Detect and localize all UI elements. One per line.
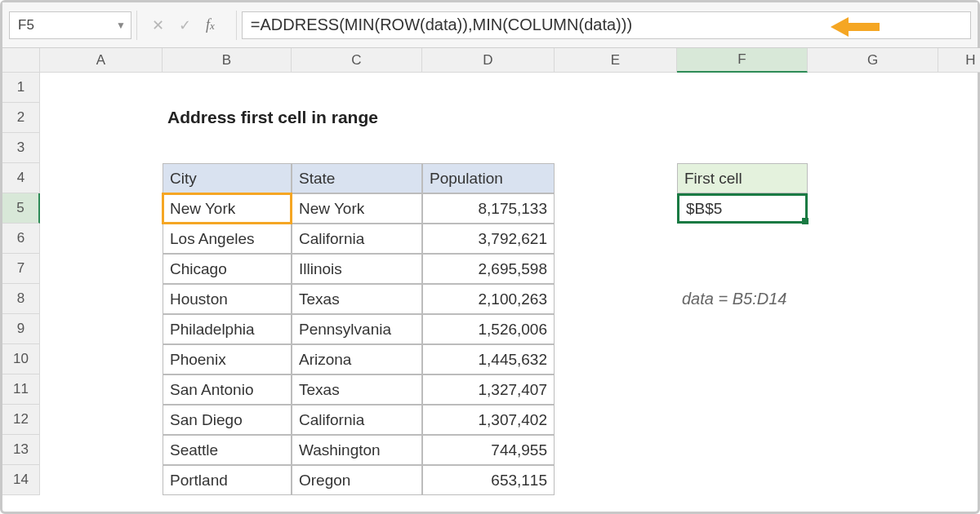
cell-F11[interactable] bbox=[677, 374, 808, 405]
cell-E10[interactable] bbox=[555, 344, 677, 374]
cell-H5[interactable] bbox=[938, 193, 980, 224]
cell-F6[interactable] bbox=[677, 224, 808, 254]
cell-A5[interactable] bbox=[40, 193, 163, 224]
table-cell-city[interactable]: Chicago bbox=[163, 254, 292, 284]
table-cell-population[interactable]: 744,955 bbox=[422, 435, 555, 465]
spreadsheet-grid[interactable]: ABCDEFGH12Address first cell in range34C… bbox=[2, 48, 978, 512]
col-header-F[interactable]: F bbox=[677, 48, 808, 73]
cell-G14[interactable] bbox=[808, 465, 938, 495]
cell-A11[interactable] bbox=[40, 374, 163, 405]
cell-A2[interactable] bbox=[40, 103, 163, 133]
cell-G12[interactable] bbox=[808, 405, 938, 435]
cell-E11[interactable] bbox=[555, 374, 677, 405]
row-header-3[interactable]: 3 bbox=[2, 133, 40, 163]
cell-E13[interactable] bbox=[555, 435, 677, 465]
row-header-7[interactable]: 7 bbox=[2, 254, 40, 284]
cell-E9[interactable] bbox=[555, 314, 677, 344]
first-cell-value[interactable]: $B$5 bbox=[677, 193, 808, 224]
row-header-10[interactable]: 10 bbox=[2, 344, 40, 374]
cell-G9[interactable] bbox=[808, 314, 938, 344]
cell-G13[interactable] bbox=[808, 435, 938, 465]
cell-G11[interactable] bbox=[808, 374, 938, 405]
cell-C3[interactable] bbox=[292, 133, 422, 163]
table-cell-population[interactable]: 3,792,621 bbox=[422, 224, 555, 254]
cell-F3[interactable] bbox=[677, 133, 808, 163]
row-header-1[interactable]: 1 bbox=[2, 73, 40, 103]
cell-E1[interactable] bbox=[555, 73, 677, 103]
cancel-icon[interactable]: ✕ bbox=[152, 16, 164, 34]
table-cell-city[interactable]: San Antonio bbox=[163, 374, 292, 405]
cell-H4[interactable] bbox=[938, 163, 980, 193]
row-header-5[interactable]: 5 bbox=[2, 193, 40, 224]
cell-B1[interactable] bbox=[163, 73, 292, 103]
fx-icon[interactable]: fx bbox=[206, 16, 221, 33]
cell-A14[interactable] bbox=[40, 465, 163, 495]
table-cell-city[interactable]: Los Angeles bbox=[163, 224, 292, 254]
cell-H11[interactable] bbox=[938, 374, 980, 405]
table-cell-state[interactable]: California bbox=[292, 224, 422, 254]
col-header-H[interactable]: H bbox=[938, 48, 980, 73]
row-header-6[interactable]: 6 bbox=[2, 224, 40, 254]
cell-A9[interactable] bbox=[40, 314, 163, 344]
cell-E7[interactable] bbox=[555, 254, 677, 284]
cell-F13[interactable] bbox=[677, 435, 808, 465]
row-header-13[interactable]: 13 bbox=[2, 435, 40, 465]
cell-H10[interactable] bbox=[938, 344, 980, 374]
cell-G5[interactable] bbox=[808, 193, 938, 224]
cell-H14[interactable] bbox=[938, 465, 980, 495]
cell-E8[interactable] bbox=[555, 284, 677, 314]
row-header-14[interactable]: 14 bbox=[2, 465, 40, 495]
confirm-icon[interactable]: ✓ bbox=[179, 16, 191, 34]
cell-A10[interactable] bbox=[40, 344, 163, 374]
table-cell-population[interactable]: 653,115 bbox=[422, 465, 555, 495]
table-cell-state[interactable]: Washington bbox=[292, 435, 422, 465]
table-cell-population[interactable]: 2,695,598 bbox=[422, 254, 555, 284]
cell-A12[interactable] bbox=[40, 405, 163, 435]
table-cell-population[interactable]: 1,445,632 bbox=[422, 344, 555, 374]
cell-H12[interactable] bbox=[938, 405, 980, 435]
cell-A7[interactable] bbox=[40, 254, 163, 284]
table-cell-state[interactable]: Illinois bbox=[292, 254, 422, 284]
cell-H3[interactable] bbox=[938, 133, 980, 163]
cell-F2[interactable] bbox=[677, 103, 808, 133]
cell-E4[interactable] bbox=[555, 163, 677, 193]
table-cell-population[interactable]: 8,175,133 bbox=[422, 193, 555, 224]
cell-F12[interactable] bbox=[677, 405, 808, 435]
cell-G6[interactable] bbox=[808, 224, 938, 254]
cell-B3[interactable] bbox=[163, 133, 292, 163]
table-cell-state[interactable]: California bbox=[292, 405, 422, 435]
table-cell-city[interactable]: Phoenix bbox=[163, 344, 292, 374]
name-box[interactable]: F5 ▼ bbox=[9, 11, 131, 39]
cell-G1[interactable] bbox=[808, 73, 938, 103]
cell-F1[interactable] bbox=[677, 73, 808, 103]
cell-A4[interactable] bbox=[40, 163, 163, 193]
col-header-C[interactable]: C bbox=[292, 48, 422, 73]
cell-F14[interactable] bbox=[677, 465, 808, 495]
table-cell-population[interactable]: 2,100,263 bbox=[422, 284, 555, 314]
cell-D3[interactable] bbox=[422, 133, 555, 163]
cell-A13[interactable] bbox=[40, 435, 163, 465]
cell-G3[interactable] bbox=[808, 133, 938, 163]
cell-C1[interactable] bbox=[292, 73, 422, 103]
table-cell-state[interactable]: Texas bbox=[292, 374, 422, 405]
cell-A1[interactable] bbox=[40, 73, 163, 103]
cell-H1[interactable] bbox=[938, 73, 980, 103]
table-cell-city[interactable]: Houston bbox=[163, 284, 292, 314]
cell-G10[interactable] bbox=[808, 344, 938, 374]
col-header-E[interactable]: E bbox=[555, 48, 677, 73]
col-header-G[interactable]: G bbox=[808, 48, 938, 73]
table-cell-city[interactable]: New York bbox=[163, 193, 292, 224]
table-cell-city[interactable]: Seattle bbox=[163, 435, 292, 465]
cell-E14[interactable] bbox=[555, 465, 677, 495]
cell-A6[interactable] bbox=[40, 224, 163, 254]
cell-F9[interactable] bbox=[677, 314, 808, 344]
table-cell-state[interactable]: New York bbox=[292, 193, 422, 224]
cell-H2[interactable] bbox=[938, 103, 980, 133]
table-cell-city[interactable]: Philadelphia bbox=[163, 314, 292, 344]
table-cell-state[interactable]: Texas bbox=[292, 284, 422, 314]
cell-G4[interactable] bbox=[808, 163, 938, 193]
cell-A8[interactable] bbox=[40, 284, 163, 314]
table-cell-state[interactable]: Oregon bbox=[292, 465, 422, 495]
row-header-11[interactable]: 11 bbox=[2, 374, 40, 405]
dropdown-icon[interactable]: ▼ bbox=[116, 20, 126, 31]
